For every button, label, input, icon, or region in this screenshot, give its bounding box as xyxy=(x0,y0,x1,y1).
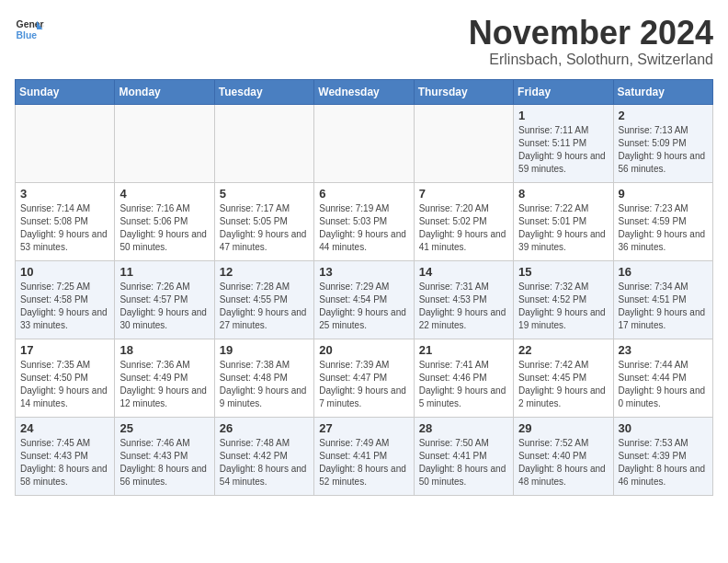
day-info: Sunrise: 7:25 AM Sunset: 4:58 PM Dayligh… xyxy=(20,281,109,332)
day-info: Sunrise: 7:19 AM Sunset: 5:03 PM Dayligh… xyxy=(319,202,408,254)
day-info: Sunrise: 7:39 AM Sunset: 4:47 PM Dayligh… xyxy=(319,359,408,410)
day-info: Sunrise: 7:23 AM Sunset: 4:59 PM Dayligh… xyxy=(619,202,708,254)
calendar-cell: 29Sunrise: 7:52 AM Sunset: 4:40 PM Dayli… xyxy=(514,417,613,495)
calendar-cell: 22Sunrise: 7:42 AM Sunset: 4:45 PM Dayli… xyxy=(514,339,613,417)
calendar-cell xyxy=(115,104,214,182)
weekday-header-wednesday: Wednesday xyxy=(314,79,414,104)
location-subtitle: Erlinsbach, Solothurn, Switzerland xyxy=(469,52,713,68)
calendar-cell: 10Sunrise: 7:25 AM Sunset: 4:58 PM Dayli… xyxy=(16,260,115,339)
day-info: Sunrise: 7:13 AM Sunset: 5:09 PM Dayligh… xyxy=(619,124,708,176)
calendar-cell xyxy=(314,104,414,182)
svg-text:Blue: Blue xyxy=(17,30,38,40)
week-row-5: 24Sunrise: 7:45 AM Sunset: 4:43 PM Dayli… xyxy=(16,417,713,495)
day-number: 18 xyxy=(119,343,209,357)
calendar-cell: 27Sunrise: 7:49 AM Sunset: 4:41 PM Dayli… xyxy=(314,417,414,495)
day-number: 15 xyxy=(518,265,608,279)
calendar-cell: 30Sunrise: 7:53 AM Sunset: 4:39 PM Dayli… xyxy=(613,417,712,495)
day-number: 2 xyxy=(619,109,708,122)
day-info: Sunrise: 7:34 AM Sunset: 4:51 PM Dayligh… xyxy=(619,281,708,332)
calendar-cell: 11Sunrise: 7:26 AM Sunset: 4:57 PM Dayli… xyxy=(115,260,214,339)
week-row-2: 3Sunrise: 7:14 AM Sunset: 5:08 PM Daylig… xyxy=(16,182,713,260)
calendar-cell: 6Sunrise: 7:19 AM Sunset: 5:03 PM Daylig… xyxy=(314,182,414,260)
day-info: Sunrise: 7:26 AM Sunset: 4:57 PM Dayligh… xyxy=(119,281,209,332)
day-info: Sunrise: 7:17 AM Sunset: 5:05 PM Dayligh… xyxy=(220,202,309,254)
calendar-cell: 3Sunrise: 7:14 AM Sunset: 5:08 PM Daylig… xyxy=(16,182,115,260)
week-row-4: 17Sunrise: 7:35 AM Sunset: 4:50 PM Dayli… xyxy=(16,339,713,417)
day-number: 28 xyxy=(419,421,508,435)
calendar-cell: 8Sunrise: 7:22 AM Sunset: 5:01 PM Daylig… xyxy=(514,182,613,260)
week-row-3: 10Sunrise: 7:25 AM Sunset: 4:58 PM Dayli… xyxy=(16,260,713,339)
day-number: 23 xyxy=(619,343,708,357)
calendar-cell: 18Sunrise: 7:36 AM Sunset: 4:49 PM Dayli… xyxy=(115,339,214,417)
day-info: Sunrise: 7:44 AM Sunset: 4:44 PM Dayligh… xyxy=(619,359,708,410)
day-number: 26 xyxy=(220,421,309,435)
day-number: 4 xyxy=(119,187,209,201)
calendar-cell: 20Sunrise: 7:39 AM Sunset: 4:47 PM Dayli… xyxy=(314,339,414,417)
calendar-cell: 15Sunrise: 7:32 AM Sunset: 4:52 PM Dayli… xyxy=(514,260,613,339)
day-number: 7 xyxy=(419,187,508,201)
day-number: 14 xyxy=(419,265,508,279)
day-number: 24 xyxy=(20,421,109,435)
logo-icon: General Blue xyxy=(15,15,44,44)
day-number: 17 xyxy=(20,343,109,357)
title-area: November 2024 Erlinsbach, Solothurn, Swi… xyxy=(469,15,713,68)
day-info: Sunrise: 7:38 AM Sunset: 4:48 PM Dayligh… xyxy=(220,359,309,410)
weekday-header-saturday: Saturday xyxy=(613,79,712,104)
day-info: Sunrise: 7:11 AM Sunset: 5:11 PM Dayligh… xyxy=(518,124,608,176)
calendar-cell: 2Sunrise: 7:13 AM Sunset: 5:09 PM Daylig… xyxy=(613,104,712,182)
day-number: 29 xyxy=(518,421,608,435)
day-number: 11 xyxy=(119,265,209,279)
day-number: 5 xyxy=(220,187,309,201)
weekday-header-row: SundayMondayTuesdayWednesdayThursdayFrid… xyxy=(16,79,713,104)
weekday-header-friday: Friday xyxy=(514,79,613,104)
day-number: 12 xyxy=(220,265,309,279)
month-title: November 2024 xyxy=(469,15,713,52)
day-info: Sunrise: 7:42 AM Sunset: 4:45 PM Dayligh… xyxy=(518,359,608,410)
day-info: Sunrise: 7:52 AM Sunset: 4:40 PM Dayligh… xyxy=(518,437,608,488)
day-info: Sunrise: 7:53 AM Sunset: 4:39 PM Dayligh… xyxy=(619,437,708,488)
day-number: 10 xyxy=(20,265,109,279)
day-info: Sunrise: 7:45 AM Sunset: 4:43 PM Dayligh… xyxy=(20,437,109,488)
day-info: Sunrise: 7:20 AM Sunset: 5:02 PM Dayligh… xyxy=(419,202,508,254)
day-info: Sunrise: 7:22 AM Sunset: 5:01 PM Dayligh… xyxy=(518,202,608,254)
day-info: Sunrise: 7:41 AM Sunset: 4:46 PM Dayligh… xyxy=(419,359,508,410)
day-info: Sunrise: 7:31 AM Sunset: 4:53 PM Dayligh… xyxy=(419,281,508,332)
calendar-cell: 21Sunrise: 7:41 AM Sunset: 4:46 PM Dayli… xyxy=(414,339,513,417)
weekday-header-tuesday: Tuesday xyxy=(214,79,313,104)
day-info: Sunrise: 7:14 AM Sunset: 5:08 PM Dayligh… xyxy=(20,202,109,254)
calendar-cell: 1Sunrise: 7:11 AM Sunset: 5:11 PM Daylig… xyxy=(514,104,613,182)
day-number: 16 xyxy=(619,265,708,279)
calendar-cell: 14Sunrise: 7:31 AM Sunset: 4:53 PM Dayli… xyxy=(414,260,513,339)
day-number: 21 xyxy=(419,343,508,357)
day-number: 3 xyxy=(20,187,109,201)
calendar-cell: 5Sunrise: 7:17 AM Sunset: 5:05 PM Daylig… xyxy=(214,182,313,260)
day-number: 22 xyxy=(518,343,608,357)
calendar-cell: 26Sunrise: 7:48 AM Sunset: 4:42 PM Dayli… xyxy=(214,417,313,495)
calendar-cell: 4Sunrise: 7:16 AM Sunset: 5:06 PM Daylig… xyxy=(115,182,214,260)
calendar-cell: 24Sunrise: 7:45 AM Sunset: 4:43 PM Dayli… xyxy=(16,417,115,495)
day-number: 1 xyxy=(518,109,608,122)
weekday-header-thursday: Thursday xyxy=(414,79,513,104)
week-row-1: 1Sunrise: 7:11 AM Sunset: 5:11 PM Daylig… xyxy=(16,104,713,182)
calendar-cell xyxy=(214,104,313,182)
day-info: Sunrise: 7:46 AM Sunset: 4:43 PM Dayligh… xyxy=(119,437,209,488)
weekday-header-monday: Monday xyxy=(115,79,214,104)
day-number: 27 xyxy=(319,421,408,435)
calendar-cell: 16Sunrise: 7:34 AM Sunset: 4:51 PM Dayli… xyxy=(613,260,712,339)
calendar-cell: 17Sunrise: 7:35 AM Sunset: 4:50 PM Dayli… xyxy=(16,339,115,417)
logo: General Blue xyxy=(15,15,44,44)
day-info: Sunrise: 7:49 AM Sunset: 4:41 PM Dayligh… xyxy=(319,437,408,488)
day-info: Sunrise: 7:35 AM Sunset: 4:50 PM Dayligh… xyxy=(20,359,109,410)
day-info: Sunrise: 7:50 AM Sunset: 4:41 PM Dayligh… xyxy=(419,437,508,488)
day-info: Sunrise: 7:32 AM Sunset: 4:52 PM Dayligh… xyxy=(518,281,608,332)
calendar-cell: 25Sunrise: 7:46 AM Sunset: 4:43 PM Dayli… xyxy=(115,417,214,495)
day-number: 30 xyxy=(619,421,708,435)
day-info: Sunrise: 7:36 AM Sunset: 4:49 PM Dayligh… xyxy=(119,359,209,410)
weekday-header-sunday: Sunday xyxy=(16,79,115,104)
header: General Blue November 2024 Erlinsbach, S… xyxy=(15,15,713,68)
day-info: Sunrise: 7:48 AM Sunset: 4:42 PM Dayligh… xyxy=(220,437,309,488)
calendar-cell xyxy=(414,104,513,182)
day-info: Sunrise: 7:28 AM Sunset: 4:55 PM Dayligh… xyxy=(220,281,309,332)
day-number: 8 xyxy=(518,187,608,201)
calendar-cell: 12Sunrise: 7:28 AM Sunset: 4:55 PM Dayli… xyxy=(214,260,313,339)
